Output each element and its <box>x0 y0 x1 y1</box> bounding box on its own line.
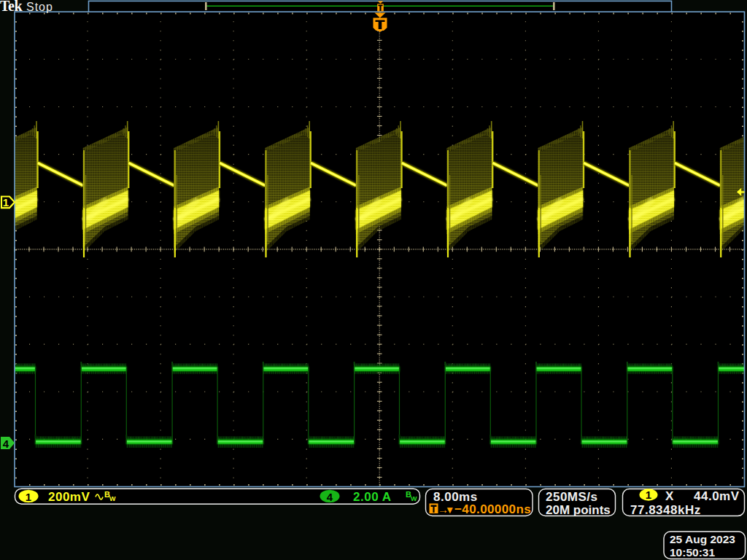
svg-text:Stop: Stop <box>26 1 53 13</box>
svg-text:44.0mV: 44.0mV <box>694 489 740 503</box>
svg-text:2.00 A: 2.00 A <box>353 490 391 504</box>
svg-text:1: 1 <box>646 489 651 501</box>
svg-text:77.8348kHz: 77.8348kHz <box>630 503 701 517</box>
svg-text:4: 4 <box>3 438 9 450</box>
svg-text:1: 1 <box>3 196 9 209</box>
svg-text:▼: ▼ <box>445 505 454 516</box>
svg-text:W: W <box>109 495 116 502</box>
svg-text:W: W <box>411 495 417 502</box>
svg-text:200mV: 200mV <box>48 490 90 504</box>
svg-text:Tek: Tek <box>0 0 23 14</box>
svg-text:25 Aug 2023: 25 Aug 2023 <box>670 533 735 545</box>
svg-text:X: X <box>665 489 674 503</box>
svg-text:20M points: 20M points <box>546 503 611 517</box>
svg-text:−40.00000ns: −40.00000ns <box>454 502 531 516</box>
svg-text:250MS/s: 250MS/s <box>546 490 598 504</box>
svg-text:4: 4 <box>327 491 333 503</box>
svg-text:1: 1 <box>26 491 31 503</box>
svg-text:10:50:31: 10:50:31 <box>670 546 715 559</box>
